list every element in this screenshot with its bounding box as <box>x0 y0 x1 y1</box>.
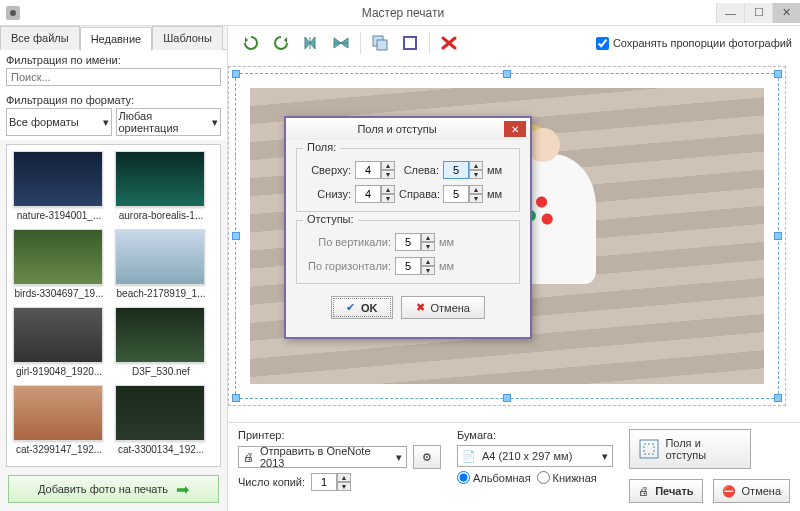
flip-horizontal-button[interactable] <box>296 30 326 56</box>
keep-proportions-checkbox[interactable]: Сохранять пропорции фотографий <box>596 37 792 50</box>
flip-vertical-button[interactable] <box>326 30 356 56</box>
tab-all-files[interactable]: Все файлы <box>0 26 80 50</box>
margin-top-label: Сверху: <box>305 164 351 176</box>
page-icon: 📄 <box>462 450 476 463</box>
window-title: Мастер печати <box>90 6 716 20</box>
cancel-button[interactable]: ⛔ Отмена <box>713 479 790 503</box>
dialog-title: Поля и отступы <box>290 123 504 135</box>
vgap-input[interactable]: ▲▼ <box>395 233 435 251</box>
dialog-close-button[interactable]: ✕ <box>504 121 526 137</box>
printer-label: Принтер: <box>238 429 441 441</box>
fields-group-label: Поля: <box>303 141 340 153</box>
maximize-button[interactable]: ☐ <box>744 3 772 23</box>
printer-settings-button[interactable]: ⚙ <box>413 445 441 469</box>
svg-rect-4 <box>404 37 416 49</box>
margin-top-input[interactable]: ▲▼ <box>355 161 395 179</box>
dialog-ok-button[interactable]: ✔ OK <box>331 296 393 319</box>
print-button[interactable]: 🖨 Печать <box>629 479 702 503</box>
bottom-panel: Принтер: 🖨 Отправить в OneNote 2013 ▾ ⚙ … <box>228 422 800 511</box>
thumbnail-list[interactable]: nature-3194001_... aurora-borealis-1... … <box>6 144 221 467</box>
hgap-input[interactable]: ▲▼ <box>395 257 435 275</box>
rotate-right-button[interactable] <box>266 30 296 56</box>
check-icon: ✔ <box>346 301 355 314</box>
app-icon <box>0 6 90 20</box>
svg-rect-5 <box>640 440 658 458</box>
copies-input[interactable]: ▲▼ <box>311 473 351 491</box>
svg-rect-3 <box>377 40 387 50</box>
chevron-down-icon: ▾ <box>602 450 608 463</box>
tab-recent[interactable]: Недавние <box>80 27 153 51</box>
format-select[interactable]: Все форматы▾ <box>6 108 112 136</box>
arrow-right-icon: ➡ <box>176 480 189 499</box>
list-item[interactable]: cat-3300134_192... <box>115 385 207 455</box>
paper-select[interactable]: 📄 А4 (210 x 297 мм) ▾ <box>457 445 613 467</box>
x-icon: ✖ <box>416 301 425 314</box>
margin-right-input[interactable]: ▲▼ <box>443 185 483 203</box>
margin-bottom-label: Снизу: <box>305 188 351 200</box>
paper-label: Бумага: <box>457 429 613 441</box>
list-item[interactable]: aurora-borealis-1... <box>115 151 207 221</box>
copies-label: Число копий: <box>238 476 305 488</box>
cancel-icon: ⛔ <box>722 485 736 498</box>
chevron-down-icon: ▾ <box>103 116 109 129</box>
list-item[interactable]: birds-3304697_19... <box>13 229 105 299</box>
list-item[interactable]: cat-3299147_192... <box>13 385 105 455</box>
margin-right-label: Справа: <box>399 188 439 200</box>
dialog-cancel-button[interactable]: ✖ Отмена <box>401 296 485 319</box>
tab-templates[interactable]: Шаблоны <box>152 26 223 50</box>
vgap-label: По вертикали: <box>305 236 391 248</box>
copy-button[interactable] <box>365 30 395 56</box>
margins-dialog: Поля и отступы ✕ Поля: Сверху: ▲▼ Слева:… <box>284 116 532 339</box>
delete-button[interactable] <box>434 30 464 56</box>
chevron-down-icon: ▾ <box>396 451 402 464</box>
crop-button[interactable] <box>395 30 425 56</box>
svg-rect-6 <box>644 444 654 454</box>
printer-icon: 🖨 <box>243 451 254 463</box>
list-item[interactable]: girl-919048_1920... <box>13 307 105 377</box>
search-input[interactable] <box>6 68 221 86</box>
margins-icon <box>638 438 659 460</box>
printer-select[interactable]: 🖨 Отправить в OneNote 2013 ▾ <box>238 446 407 468</box>
filter-format-label: Фильтрация по формату: <box>6 94 221 106</box>
filter-name-label: Фильтрация по имени: <box>6 54 221 66</box>
gear-icon: ⚙ <box>422 451 432 464</box>
margin-bottom-input[interactable]: ▲▼ <box>355 185 395 203</box>
hgap-label: По горизонтали: <box>305 260 391 272</box>
left-pane: Все файлы Недавние Шаблоны Фильтрация по… <box>0 26 228 511</box>
list-item[interactable]: D3F_530.nef <box>115 307 207 377</box>
gaps-group-label: Отступы: <box>303 213 358 225</box>
add-to-print-label: Добавить фото на печать <box>38 483 168 495</box>
orientation-portrait-radio[interactable]: Книжная <box>537 471 597 484</box>
list-item[interactable]: beach-2178919_1... <box>115 229 207 299</box>
orientation-landscape-radio[interactable]: Альбомная <box>457 471 531 484</box>
add-to-print-button[interactable]: Добавить фото на печать ➡ <box>8 475 219 503</box>
rotate-left-button[interactable] <box>236 30 266 56</box>
minimize-button[interactable]: — <box>716 3 744 23</box>
format-select-value: Все форматы <box>9 116 79 128</box>
orientation-select[interactable]: Любая ориентация▾ <box>116 108 222 136</box>
margin-left-label: Слева: <box>399 164 439 176</box>
printer-icon: 🖨 <box>638 485 649 497</box>
margin-left-input[interactable]: ▲▼ <box>443 161 483 179</box>
chevron-down-icon: ▾ <box>212 116 218 129</box>
svg-point-1 <box>10 10 16 16</box>
titlebar: Мастер печати — ☐ ✕ <box>0 0 800 26</box>
close-button[interactable]: ✕ <box>772 3 800 23</box>
orientation-select-value: Любая ориентация <box>119 110 213 134</box>
list-item[interactable]: nature-3194001_... <box>13 151 105 221</box>
toolbar: Сохранять пропорции фотографий <box>228 26 800 60</box>
right-pane: Сохранять пропорции фотографий <box>228 26 800 511</box>
margins-button[interactable]: Поля и отступы <box>629 429 751 469</box>
